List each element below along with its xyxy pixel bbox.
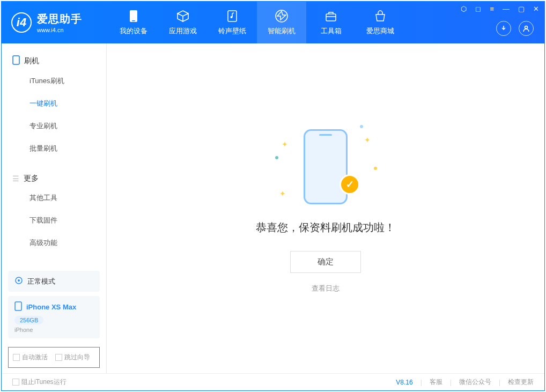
svg-rect-5: [326, 14, 336, 21]
sidebar-item-pro-flash[interactable]: 专业刷机: [2, 115, 106, 137]
tab-ringtones[interactable]: 铃声壁纸: [208, 2, 257, 43]
svg-point-3: [231, 16, 233, 18]
sidebar-item-batch-flash[interactable]: 批量刷机: [2, 137, 106, 160]
store-icon: [373, 9, 387, 23]
logo-text: 爱思助手 www.i4.cn: [37, 12, 82, 33]
toolbox-icon: [324, 9, 338, 23]
check-badge-icon: ✓: [340, 174, 360, 195]
feedback-icon[interactable]: ◻: [475, 5, 481, 13]
version-label: V8.16: [396, 379, 412, 386]
app-name: 爱思助手: [37, 12, 82, 26]
storage-badge: 256GB: [14, 316, 43, 324]
dot-icon: [374, 167, 377, 170]
device-icon: [14, 301, 22, 313]
sidebar: 刷机 iTunes刷机 一键刷机 专业刷机 批量刷机 ☰ 更多 其他工具 下载固…: [2, 43, 107, 373]
section-title: 刷机: [24, 56, 39, 66]
tab-my-device[interactable]: 我的设备: [109, 2, 158, 43]
mode-label: 正常模式: [27, 277, 55, 286]
section-more: ☰ 更多 其他工具 下载固件 高级功能: [2, 162, 106, 256]
footer: 阻止iTunes运行 V8.16 | 客服 | 微信公众号 | 检查更新: [2, 373, 544, 390]
svg-rect-10: [15, 302, 21, 310]
tab-label: 爱思商城: [366, 26, 394, 36]
skip-guide-checkbox[interactable]: 跳过向导: [55, 353, 90, 362]
header: i4 爱思助手 www.i4.cn 我的设备 应用游戏 铃声壁纸 智能刷机: [2, 2, 544, 43]
shirt-icon[interactable]: ⬡: [461, 5, 467, 13]
tab-apps[interactable]: 应用游戏: [158, 2, 208, 43]
wechat-link[interactable]: 微信公众号: [459, 378, 491, 387]
mode-card[interactable]: 正常模式: [8, 271, 100, 292]
sidebar-item-itunes-flash[interactable]: iTunes刷机: [2, 70, 106, 92]
window-controls: ⬡ ◻ ≡ ― ▢ ✕: [461, 5, 539, 13]
app-url: www.i4.cn: [37, 27, 82, 33]
sparkle-icon: ✦: [279, 189, 286, 198]
phone-icon: [12, 55, 20, 66]
bottom-cards: 正常模式 iPhone XS Max 256GB iPhone: [2, 267, 106, 347]
user-button[interactable]: [519, 21, 534, 36]
svg-rect-0: [130, 10, 137, 22]
auto-activate-checkbox[interactable]: 自动激活: [13, 353, 48, 362]
music-icon: [225, 9, 239, 23]
phone-illustration: [304, 129, 348, 204]
menu-icon[interactable]: ≡: [490, 5, 494, 13]
section-header: ☰ 更多: [2, 171, 106, 187]
device-icon: [127, 9, 141, 23]
svg-rect-1: [132, 20, 135, 21]
minimize-icon[interactable]: ―: [503, 5, 510, 13]
svg-point-6: [525, 26, 528, 29]
body: 刷机 iTunes刷机 一键刷机 专业刷机 批量刷机 ☰ 更多 其他工具 下载固…: [2, 43, 544, 373]
support-link[interactable]: 客服: [430, 378, 442, 387]
section-header: 刷机: [2, 52, 106, 70]
close-icon[interactable]: ✕: [533, 5, 539, 13]
logo-icon: i4: [11, 12, 32, 33]
tab-label: 工具箱: [321, 26, 342, 36]
tab-toolbox[interactable]: 工具箱: [306, 2, 356, 43]
maximize-icon[interactable]: ▢: [518, 5, 525, 13]
main-content: ✦ ✦ ✦ ✓ 恭喜您，保资料刷机成功啦！ 确定 查看日志: [107, 43, 544, 373]
nav-tabs: 我的设备 应用游戏 铃声壁纸 智能刷机 工具箱 爱思商城: [109, 2, 405, 43]
user-area: [496, 21, 534, 36]
tab-label: 应用游戏: [169, 26, 197, 36]
svg-point-9: [18, 279, 20, 282]
tab-label: 铃声壁纸: [218, 26, 246, 36]
logo-area: i4 爱思助手 www.i4.cn: [2, 12, 109, 33]
options-box: 自动激活 跳过向导: [8, 347, 100, 368]
section-title: 更多: [24, 174, 39, 183]
app-window: i4 爱思助手 www.i4.cn 我的设备 应用游戏 铃声壁纸 智能刷机: [1, 1, 545, 391]
cube-icon: [176, 9, 190, 23]
sidebar-item-other-tools[interactable]: 其他工具: [2, 187, 106, 209]
sparkle-icon: ✦: [364, 136, 371, 144]
dot-icon: [360, 125, 363, 128]
tab-label: 智能刷机: [268, 26, 296, 36]
block-itunes-checkbox[interactable]: 阻止iTunes运行: [12, 378, 67, 387]
sparkle-icon: ✦: [282, 140, 288, 149]
view-log-link[interactable]: 查看日志: [312, 284, 340, 293]
download-button[interactable]: [496, 21, 511, 36]
confirm-button[interactable]: 确定: [290, 251, 361, 273]
dot-icon: [275, 156, 278, 159]
sidebar-item-advanced[interactable]: 高级功能: [2, 232, 106, 254]
refresh-icon: [275, 9, 289, 23]
device-card[interactable]: iPhone XS Max 256GB iPhone: [8, 296, 100, 338]
success-illustration: ✦ ✦ ✦ ✓: [272, 124, 379, 210]
device-type: iPhone: [14, 327, 93, 333]
sidebar-item-one-click-flash[interactable]: 一键刷机: [2, 92, 106, 115]
section-flash: 刷机 iTunes刷机 一键刷机 专业刷机 批量刷机: [2, 43, 106, 162]
success-message: 恭喜您，保资料刷机成功啦！: [256, 220, 395, 235]
tab-store[interactable]: 爱思商城: [356, 2, 405, 43]
list-icon: ☰: [12, 174, 19, 183]
check-update-link[interactable]: 检查更新: [508, 378, 534, 387]
tab-flash[interactable]: 智能刷机: [257, 2, 306, 43]
sidebar-item-download-firmware[interactable]: 下载固件: [2, 209, 106, 232]
tab-label: 我的设备: [120, 26, 147, 36]
mode-icon: [14, 276, 23, 286]
device-name: iPhone XS Max: [26, 303, 76, 311]
svg-rect-7: [13, 56, 19, 64]
